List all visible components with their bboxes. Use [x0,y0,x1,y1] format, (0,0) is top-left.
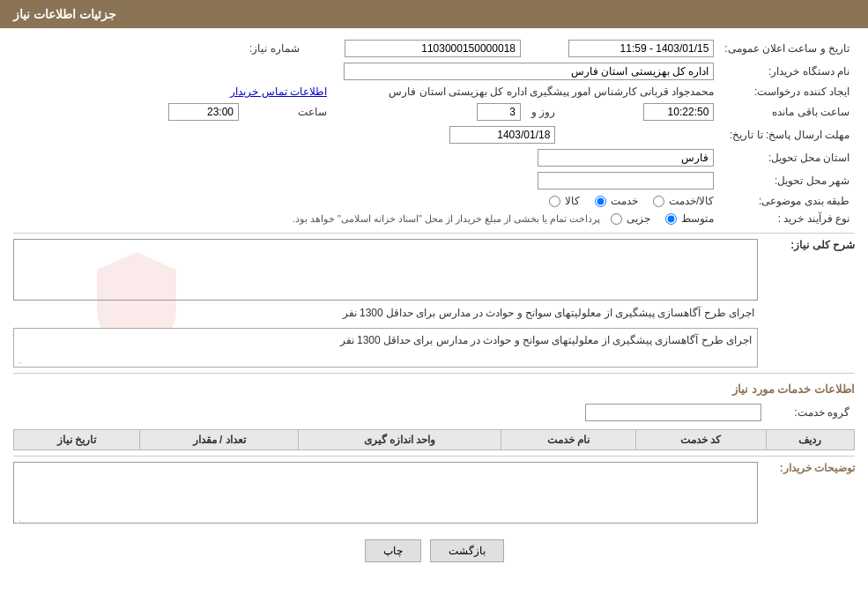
response-time-label: ساعت [244,100,332,123]
service-group-table: گروه خدمت: [13,401,855,424]
purchase-type-label: نوع فرآیند خرید : [719,210,855,227]
content-area: تاریخ و ساعت اعلان عمومی: شماره نیاز: نا… [0,28,868,580]
city-label: شهر محل تحویل: [719,169,855,192]
creator-contact-link[interactable]: اطلاعات تماس خریدار [230,85,327,98]
response-days-label: روز و [526,100,560,123]
print-button[interactable]: چاپ [365,539,421,562]
province-value-cell [244,146,719,169]
announce-label: تاریخ و ساعت اعلان عمومی: [719,37,855,60]
category-radio-group: کالا/خدمت خدمت کالا [547,195,714,207]
response-days-input[interactable] [477,103,521,121]
textarea-resize-handle: ⌟ [17,515,21,524]
bottom-buttons: بازگشت چاپ [13,539,855,562]
need-number-label: شماره نیاز: [244,37,332,60]
response-deadline-label: مهلت ارسال پاسخ: تا تاریخ: [560,123,855,146]
category-kala-khedmat[interactable]: کالا/خدمت [651,195,714,207]
services-section-title: اطلاعات خدمات مورد نیاز [13,382,855,396]
purchase-type-motavaset[interactable]: متوسط [664,212,714,225]
creator-text: محمدجواد قربانی کارشناس امور پیشگیری ادا… [389,85,714,98]
response-elapsed-label: ساعت باقی مانده [719,100,855,123]
buyer-name-input[interactable] [344,63,714,80]
purchase-type-jozii[interactable]: جزیی [609,212,650,225]
category-kala[interactable]: کالا [547,195,580,207]
creator-value-cell: محمدجواد قربانی کارشناس امور پیشگیری ادا… [332,83,719,100]
city-input[interactable] [538,172,714,189]
page-header: جزئیات اطلاعات نیاز [0,0,868,28]
buyer-notes-label: توضیحات خریدار: [767,462,855,474]
purchase-type-options-cell: متوسط جزیی پرداخت تمام یا بخشی از مبلغ خ… [13,210,719,227]
category-radio-kala-khedmat[interactable] [653,196,664,207]
need-desc-box: اجرای طرح آگاهسازی پیشگیری از معلولیتهای… [13,328,758,368]
main-form-table: تاریخ و ساعت اعلان عمومی: شماره نیاز: نا… [13,37,855,227]
services-table: ردیف کد خدمت نام خدمت واحد اندازه گیری ت… [13,429,855,450]
page-wrapper: جزئیات اطلاعات نیاز تاریخ و ساعت اعلان ع… [0,0,868,609]
resize-handle-icon: ⌟ [18,355,22,365]
response-time-input[interactable] [168,103,239,121]
category-options-cell: کالا/خدمت خدمت کالا [13,192,719,210]
col-header-code: کد خدمت [635,430,766,450]
back-button[interactable]: بازگشت [430,539,504,562]
category-khedmat[interactable]: خدمت [593,195,638,207]
need-number-value-cell [332,37,526,60]
col-header-name: نام خدمت [501,430,636,450]
motavaset-label: متوسط [681,212,714,225]
category-radio-khedmat[interactable] [595,196,606,207]
divider-2 [13,373,855,374]
response-date-cell [13,123,560,146]
row-service-group: گروه خدمت: [13,401,855,424]
need-description-area: اجرای طرح آگاهسازی پیشگیری از معلولیتهای… [13,239,758,323]
purchase-type-container: متوسط جزیی پرداخت تمام یا بخشی از مبلغ خ… [19,212,714,225]
buyer-name-label: نام دستگاه خریدار: [719,60,855,83]
purchase-type-radio-jozii[interactable] [611,213,622,225]
need-number-input[interactable] [345,40,521,57]
response-elapsed-input[interactable] [643,103,714,121]
jozii-label: جزیی [627,212,650,225]
service-group-value-cell [13,401,767,424]
row-city: شهر محل تحویل: [13,169,855,192]
buyer-notes-row: توضیحات خریدار: ⌟ [13,462,855,526]
creator-link-cell[interactable]: اطلاعات تماس خریدار [13,83,332,100]
creator-label: ایجاد کننده درخواست: [719,83,855,100]
response-elapsed-cell [560,100,719,123]
divider-3 [13,456,855,457]
col-header-row: ردیف [766,430,854,450]
row-category: طبقه بندی موضوعی: کالا/خدمت خدمت ک [13,192,855,210]
purchase-type-note: پرداخت تمام یا بخشی از مبلغ خریدار از مح… [293,213,601,225]
service-group-label: گروه خدمت: [767,401,855,424]
category-radio-kala[interactable] [549,196,560,207]
row-purchase-type: نوع فرآیند خرید : متوسط جزیی [13,210,855,227]
need-description-row: شرح کلی نیاز: اجرای طرح آگاهسازی پیشگیری… [13,239,855,323]
col-header-unit: واحد اندازه گیری [298,430,501,450]
services-header-row: ردیف کد خدمت نام خدمت واحد اندازه گیری ت… [14,430,855,450]
col-header-date: تاریخ نیاز [14,430,140,450]
category-label: طبقه بندی موضوعی: [719,192,855,210]
header-title: جزئیات اطلاعات نیاز [13,7,116,21]
need-description-textarea[interactable] [13,239,758,301]
need-desc-display-row: اجرای طرح آگاهسازی پیشگیری از معلولیتهای… [13,328,855,368]
province-input[interactable] [538,149,714,167]
row-province: استان محل تحویل: [13,146,855,169]
kala-khedmat-label: کالا/خدمت [669,195,714,207]
announce-value-cell [560,37,719,60]
divider-1 [13,233,855,234]
row-response-deadline: ساعت باقی مانده روز و ساعت [13,100,855,123]
province-label: استان محل تحویل: [719,146,855,169]
buyer-name-value-cell [244,60,719,83]
need-description-text: اجرای طرح آگاهسازی پیشگیری از معلولیتهای… [13,303,758,323]
purchase-type-radio-motavaset[interactable] [665,213,677,225]
response-time-cell [13,100,244,123]
buyer-notes-area: ⌟ [13,462,758,526]
need-desc-text: اجرای طرح آگاهسازی پیشگیری از معلولیتهای… [340,334,752,346]
need-description-label: شرح کلی نیاز: [767,239,855,251]
response-date-input[interactable] [449,126,555,144]
khedmat-label: خدمت [611,195,638,207]
row-buyer-name: نام دستگاه خریدار: [13,60,855,83]
row-need-number-announce: تاریخ و ساعت اعلان عمومی: شماره نیاز: [13,37,855,60]
kala-label: کالا [565,195,580,207]
buyer-notes-textarea[interactable] [13,462,758,524]
services-table-head: ردیف کد خدمت نام خدمت واحد اندازه گیری ت… [14,430,855,450]
service-group-input[interactable] [585,404,761,421]
col-header-qty: تعداد / مقدار [140,430,299,450]
announce-input[interactable] [568,40,714,57]
row-response-date: مهلت ارسال پاسخ: تا تاریخ: [13,123,855,146]
